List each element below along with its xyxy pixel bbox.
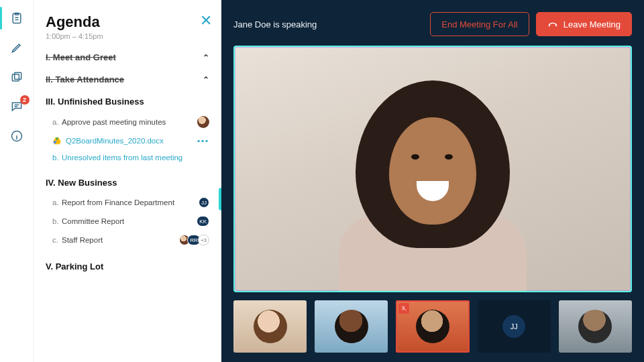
section-parking-lot[interactable]: V. Parking Lot [46,261,209,272]
section-unfinished[interactable]: III. Unfinished Business [46,97,209,107]
participant-thumb[interactable]: JJ [478,300,551,353]
agenda-title: Agenda [46,13,209,31]
section-attendance[interactable]: II. Take Attendance ⌃ [46,74,209,84]
notes-icon[interactable] [9,40,24,55]
leave-icon [547,19,558,29]
agenda-time: 1:00pm – 4:15pm [46,32,209,40]
drive-icon [52,136,62,145]
speaking-indicator: Jane Doe is speaking [233,19,317,29]
agenda-item[interactable]: c. Staff Report RR +3 [46,231,209,249]
assignee-overflow[interactable]: +3 [198,235,209,245]
agenda-panel: Agenda 1:00pm – 4:15pm ✕ I. Meet and Gre… [34,0,221,362]
stage-topbar: Jane Doe is speaking End Meeting For All… [233,11,632,38]
participant-thumbnails: JJ [233,300,632,353]
participant-thumb[interactable] [396,300,469,353]
file-name: Q2BoardMinutes_2020.docx [66,137,164,145]
section-new-business[interactable]: IV. New Business [46,178,209,188]
assignee-avatar[interactable] [197,116,209,128]
agenda-item[interactable]: a. Approve past meeting minutes [46,112,209,132]
participant-initials: JJ [502,315,525,338]
chevron-up-icon[interactable]: ⌃ [203,53,209,62]
video-stage: Jane Doe is speaking End Meeting For All… [221,0,644,362]
participant-thumb[interactable] [559,300,632,353]
attached-file[interactable]: Q2BoardMinutes_2020.docx ••• [46,132,209,149]
mute-icon [398,303,409,314]
person-illustration [345,80,520,282]
participant-thumb[interactable] [315,300,388,353]
assignee-avatar[interactable]: KK [197,216,209,227]
active-speaker-video[interactable] [233,46,632,292]
agenda-item[interactable]: b. Committee Report KK [46,212,209,231]
svg-rect-2 [14,72,21,79]
section-meet-greet[interactable]: I. Meet and Greet ⌃ [46,52,209,62]
end-meeting-button[interactable]: End Meeting For All [430,12,529,36]
info-icon[interactable] [9,129,24,143]
docs-icon[interactable] [9,70,24,84]
more-icon[interactable]: ••• [197,137,209,145]
nav-rail: 2 [0,0,34,362]
participant-thumb[interactable] [233,300,307,353]
assignee-avatar[interactable]: JJ [199,197,209,208]
svg-rect-1 [12,74,19,81]
chat-badge: 2 [20,95,30,105]
close-icon[interactable]: ✕ [200,12,212,29]
leave-meeting-button[interactable]: Leave Meeting [536,12,632,36]
agenda-item[interactable]: a. Report from Finance Department JJ [46,193,209,212]
chat-icon[interactable]: 2 [9,99,24,114]
chevron-up-icon[interactable]: ⌃ [203,75,209,84]
agenda-item[interactable]: b. Unresolved items from last meeting [46,149,209,166]
agenda-icon[interactable] [9,11,24,25]
